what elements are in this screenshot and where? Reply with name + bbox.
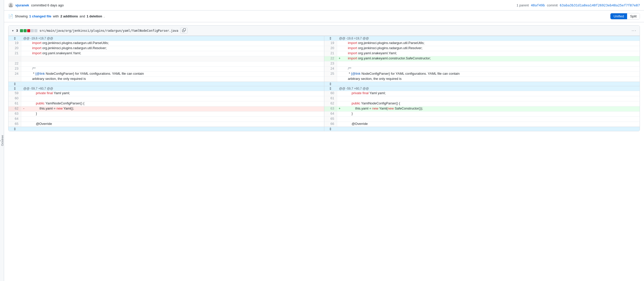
avatar [8,3,13,8]
line-code [26,117,324,122]
commit-hash[interactable]: 63aba3b31d1a8ea140f26923eb48a25ef7f87e87 [560,3,640,7]
line-code: private final Yaml yaml; [26,91,324,96]
expand-bottom-button-r[interactable]: ⇕ [329,127,332,131]
bottom-expand-info-left [21,127,324,131]
split-button[interactable]: Split [627,13,640,19]
expand-cell-r2: ⇕ [324,82,337,86]
line-sign [21,101,26,106]
hunk1-left-header: ⇕ @@ -19,6 +19,7 @@ [8,36,324,41]
right-line-66: 66 @Override [324,122,640,127]
line-sign [21,46,26,51]
line-code: import org.yaml.snakeyaml.Yaml; [342,51,640,56]
line-number: 21 [324,51,337,56]
line-code: } [342,112,640,116]
hunk1-right-header: ⇕ @@ -19,6 +19,7 @@ [324,36,640,41]
line-sign [337,41,342,46]
hunk2-expand-left: ⇕ [8,82,324,86]
expand-down-button[interactable]: ⇕ [13,87,16,91]
parent-label: 1 parent [517,3,529,7]
hunk2-right-header: ⇕ @@ -59,7 +60,7 @@ [324,86,640,91]
line-code: public YamlNodeConfigParser() { [26,101,324,106]
copy-path-button[interactable] [180,28,188,34]
commit-info-left: vjuranek committed 6 days ago [8,3,64,8]
line-code: * {@link NodeConfigParser} for YAML conf… [26,72,324,77]
hunk2-right-info: @@ -59,7 +60,7 @@ [337,86,640,91]
expand-up-button-r2[interactable]: ⇕ [329,82,332,86]
file-header-left: ▾ 3 src/main/java/org/jenkinsci/plugins/… [12,28,188,34]
commit-info-right: 1 parent 40af49b commit 63aba3b31d1a8ea1… [517,3,640,7]
left-line-wrap: arbitrary section, the only required is [8,77,324,82]
line-number: 63 [8,112,21,116]
collapse-button[interactable]: ▾ [12,28,14,33]
committed-text: committed 6 days ago [31,3,64,7]
added-square [20,29,23,32]
line-sign [21,91,26,96]
line-number: 60 [8,96,21,101]
line-number: 22 [8,61,21,66]
file-header-right: ··· [632,28,637,33]
bottom-expand-left: ⇕ [8,127,324,131]
diff-left-half: ⇕ @@ -19,6 +19,7 @@ 19 import org.jenkin… [8,36,324,131]
expand-up-button-2[interactable]: ⇕ [13,82,16,86]
expand-cell-r4: ⇕ [324,127,337,131]
line-code [26,96,324,101]
file-path: src/main/java/org/jenkinsci/plugins/rada… [39,29,178,33]
deletions-text: 1 deletion [87,14,102,18]
expand-up-button-r[interactable]: ⇕ [329,36,332,40]
line-number: 22 [324,56,337,61]
view-toggle[interactable]: Unified Split [610,13,640,19]
expand-cell-r3: ⇕ [324,86,337,91]
expand-down-button-r[interactable]: ⇕ [329,87,332,91]
expand-up-button[interactable]: ⇕ [13,36,16,40]
changed-files-link[interactable]: 1 changed file [29,14,51,18]
more-options-button[interactable]: ··· [632,28,637,33]
line-number: 24 [8,72,21,77]
line-sign [21,117,26,122]
hunk1-right-info: @@ -19,6 +19,7 @@ [337,36,640,41]
bottom-expand-info-right [337,127,640,131]
expand-bottom-button[interactable]: ⇕ [13,127,16,131]
right-line-64: 64 } [324,111,640,116]
line-code: import org.yaml.snakeyaml.Yaml; [26,51,324,56]
left-line-empty [8,56,324,61]
line-number: 23 [324,61,337,66]
expand-cell-r: ⇕ [324,36,337,41]
hunk2-expand-right: ⇕ [324,82,640,86]
commit-label: commit [547,3,558,7]
line-number: 65 [324,117,337,122]
left-line-65: 65 @Override [8,122,324,127]
right-line-wrap: arbitrary section, the only required is [324,77,640,82]
author-link[interactable]: vjuranek [15,3,29,7]
right-line-25: 25 * {@link NodeConfigParser} for YAML c… [324,71,640,77]
line-sign [337,96,342,101]
parent-hash[interactable]: 40af49b [531,3,545,7]
document-icon: 📄 [8,14,13,19]
summary-prefix: Showing [15,14,28,18]
line-sign [337,101,342,106]
right-line-24: 24 /** [324,66,640,71]
line-code: private final Yaml yaml; [342,91,640,96]
expand-cell-2: ⇕ [8,82,21,86]
octotree-sidebar[interactable]: › Octotree [0,0,4,281]
unified-button[interactable]: Unified [610,13,627,19]
line-sign [21,56,26,61]
line-sign [337,117,342,122]
line-code: this.yaml = new Yaml(); [26,106,324,111]
line-code [342,96,640,101]
line-sign [21,41,26,46]
line-code [26,56,324,61]
line-sign [337,91,342,96]
line-number: 65 [8,122,21,127]
line-number: 23 [8,67,21,71]
line-number: 66 [324,122,337,127]
hunk1-left-info: @@ -19,6 +19,7 @@ [21,36,324,41]
line-number [8,77,21,82]
left-line-59: 59 private final Yaml yaml; [8,91,324,96]
line-code: /** [26,67,324,71]
summary-text: 📄 Showing 1 changed file with 2 addition… [8,14,105,19]
right-line-61: 61 [324,96,640,101]
right-line-22-added: 22 + import org.yaml.snakeyaml.construct… [324,56,640,61]
summary-bar: 📄 Showing 1 changed file with 2 addition… [4,10,644,22]
line-sign [21,67,26,71]
expand-info-left [21,82,324,86]
